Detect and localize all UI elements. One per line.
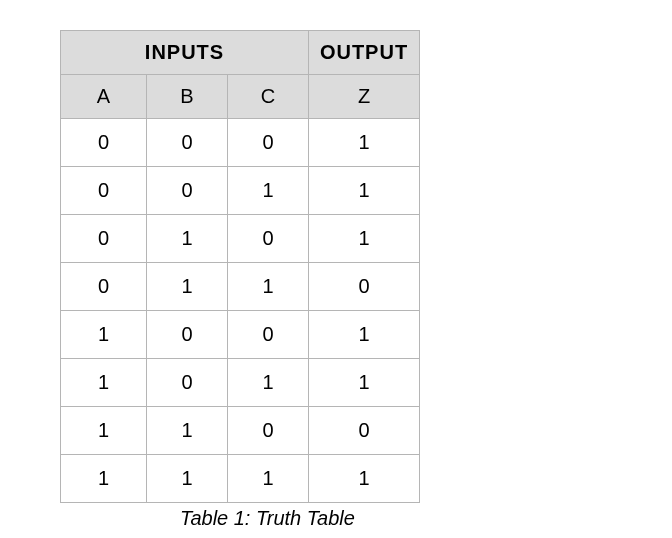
col-header-c: C <box>228 75 309 119</box>
table-row: 0 1 0 1 <box>61 215 420 263</box>
cell-a: 1 <box>61 407 147 455</box>
cell-b: 0 <box>147 359 228 407</box>
table-row: 1 0 1 1 <box>61 359 420 407</box>
cell-a: 0 <box>61 119 147 167</box>
cell-b: 0 <box>147 311 228 359</box>
table-row: 0 0 0 1 <box>61 119 420 167</box>
cell-b: 0 <box>147 119 228 167</box>
col-header-b: B <box>147 75 228 119</box>
col-header-a: A <box>61 75 147 119</box>
cell-c: 1 <box>228 455 309 503</box>
cell-a: 0 <box>61 263 147 311</box>
cell-z: 1 <box>309 119 420 167</box>
truth-table-container: INPUTS OUTPUT A B C Z 0 0 0 1 0 0 1 1 <box>60 30 652 530</box>
truth-table: INPUTS OUTPUT A B C Z 0 0 0 1 0 0 1 1 <box>60 30 420 503</box>
cell-z: 1 <box>309 455 420 503</box>
cell-z: 1 <box>309 215 420 263</box>
cell-c: 1 <box>228 359 309 407</box>
header-group-row: INPUTS OUTPUT <box>61 31 420 75</box>
cell-b: 1 <box>147 263 228 311</box>
table-row: 1 1 1 1 <box>61 455 420 503</box>
table-row: 1 1 0 0 <box>61 407 420 455</box>
cell-b: 1 <box>147 455 228 503</box>
table-caption: Table 1: Truth Table <box>180 507 652 530</box>
cell-a: 1 <box>61 359 147 407</box>
cell-c: 1 <box>228 167 309 215</box>
column-header-row: A B C Z <box>61 75 420 119</box>
cell-a: 0 <box>61 215 147 263</box>
cell-a: 1 <box>61 311 147 359</box>
table-row: 1 0 0 1 <box>61 311 420 359</box>
inputs-header: INPUTS <box>61 31 309 75</box>
cell-c: 0 <box>228 119 309 167</box>
table-row: 0 0 1 1 <box>61 167 420 215</box>
output-header: OUTPUT <box>309 31 420 75</box>
cell-c: 0 <box>228 215 309 263</box>
cell-z: 1 <box>309 359 420 407</box>
col-header-z: Z <box>309 75 420 119</box>
cell-c: 0 <box>228 407 309 455</box>
cell-b: 1 <box>147 407 228 455</box>
cell-b: 1 <box>147 215 228 263</box>
cell-b: 0 <box>147 167 228 215</box>
cell-z: 1 <box>309 167 420 215</box>
cell-a: 0 <box>61 167 147 215</box>
cell-z: 0 <box>309 263 420 311</box>
cell-c: 0 <box>228 311 309 359</box>
cell-c: 1 <box>228 263 309 311</box>
cell-z: 0 <box>309 407 420 455</box>
cell-a: 1 <box>61 455 147 503</box>
table-row: 0 1 1 0 <box>61 263 420 311</box>
cell-z: 1 <box>309 311 420 359</box>
